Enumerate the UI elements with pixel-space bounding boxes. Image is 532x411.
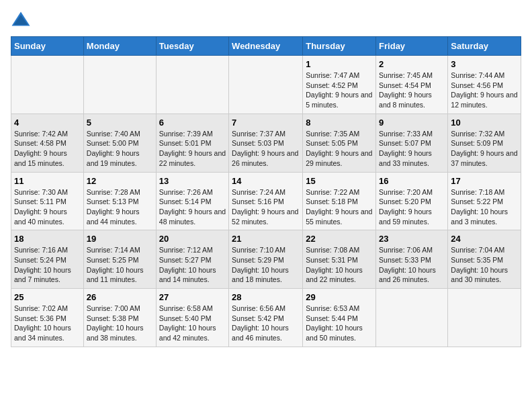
- cell-content: Sunrise: 7:30 AM Sunset: 5:11 PM Dayligh…: [14, 187, 81, 227]
- day-number: 3: [451, 59, 518, 69]
- cell-content: Sunrise: 7:45 AM Sunset: 4:54 PM Dayligh…: [379, 71, 445, 110]
- day-number: 8: [306, 118, 373, 128]
- calendar-cell: 25Sunrise: 7:02 AM Sunset: 5:36 PM Dayli…: [11, 289, 84, 347]
- calendar-cell: 18Sunrise: 7:16 AM Sunset: 5:24 PM Dayli…: [11, 230, 84, 289]
- calendar-cell: 21Sunrise: 7:10 AM Sunset: 5:29 PM Dayli…: [229, 230, 303, 289]
- day-number: 23: [379, 234, 445, 244]
- day-number: 1: [306, 59, 373, 69]
- calendar-cell: 9Sunrise: 7:33 AM Sunset: 5:07 PM Daylig…: [376, 113, 448, 172]
- day-number: 25: [14, 292, 81, 302]
- calendar-cell: 10Sunrise: 7:32 AM Sunset: 5:09 PM Dayli…: [448, 113, 521, 172]
- calendar-cell: 26Sunrise: 7:00 AM Sunset: 5:38 PM Dayli…: [83, 289, 156, 347]
- weekday-header-row: SundayMondayTuesdayWednesdayThursdayFrid…: [11, 37, 521, 56]
- calendar-week-row: 4Sunrise: 7:42 AM Sunset: 4:58 PM Daylig…: [11, 113, 521, 172]
- weekday-header: Saturday: [448, 37, 521, 56]
- day-number: 9: [379, 118, 445, 128]
- calendar-cell: 15Sunrise: 7:22 AM Sunset: 5:18 PM Dayli…: [303, 172, 376, 230]
- day-number: 4: [14, 118, 81, 128]
- weekday-header: Friday: [376, 37, 448, 56]
- weekday-header: Tuesday: [156, 37, 228, 56]
- calendar-cell: 27Sunrise: 6:58 AM Sunset: 5:40 PM Dayli…: [156, 289, 228, 347]
- calendar-cell: 6Sunrise: 7:39 AM Sunset: 5:01 PM Daylig…: [156, 113, 228, 172]
- day-number: 13: [159, 176, 226, 186]
- day-number: 5: [87, 118, 153, 128]
- cell-content: Sunrise: 7:33 AM Sunset: 5:07 PM Dayligh…: [379, 129, 445, 169]
- calendar-cell: 7Sunrise: 7:37 AM Sunset: 5:03 PM Daylig…: [229, 113, 303, 172]
- calendar-cell: 17Sunrise: 7:18 AM Sunset: 5:22 PM Dayli…: [448, 172, 521, 230]
- day-number: 2: [379, 59, 445, 69]
- day-number: 28: [232, 292, 300, 302]
- cell-content: Sunrise: 7:18 AM Sunset: 5:22 PM Dayligh…: [451, 187, 518, 227]
- calendar-cell: 3Sunrise: 7:44 AM Sunset: 4:56 PM Daylig…: [448, 56, 521, 114]
- calendar-cell: [11, 56, 84, 114]
- cell-content: Sunrise: 7:10 AM Sunset: 5:29 PM Dayligh…: [232, 245, 300, 285]
- calendar-week-row: 1Sunrise: 7:47 AM Sunset: 4:52 PM Daylig…: [11, 56, 521, 114]
- cell-content: Sunrise: 7:47 AM Sunset: 4:52 PM Dayligh…: [306, 71, 373, 110]
- day-number: 27: [159, 292, 226, 302]
- calendar-cell: 13Sunrise: 7:26 AM Sunset: 5:14 PM Dayli…: [156, 172, 228, 230]
- cell-content: Sunrise: 7:12 AM Sunset: 5:27 PM Dayligh…: [159, 245, 226, 285]
- cell-content: Sunrise: 7:35 AM Sunset: 5:05 PM Dayligh…: [306, 129, 373, 169]
- day-number: 12: [87, 176, 153, 186]
- calendar-week-row: 18Sunrise: 7:16 AM Sunset: 5:24 PM Dayli…: [11, 230, 521, 289]
- cell-content: Sunrise: 7:26 AM Sunset: 5:14 PM Dayligh…: [159, 187, 226, 227]
- cell-content: Sunrise: 7:08 AM Sunset: 5:31 PM Dayligh…: [306, 245, 373, 285]
- calendar-cell: [448, 289, 521, 347]
- day-number: 21: [232, 234, 300, 244]
- calendar-cell: 16Sunrise: 7:20 AM Sunset: 5:20 PM Dayli…: [376, 172, 448, 230]
- cell-content: Sunrise: 7:00 AM Sunset: 5:38 PM Dayligh…: [87, 304, 153, 343]
- day-number: 10: [451, 118, 518, 128]
- calendar-cell: 1Sunrise: 7:47 AM Sunset: 4:52 PM Daylig…: [303, 56, 376, 114]
- cell-content: Sunrise: 7:02 AM Sunset: 5:36 PM Dayligh…: [14, 304, 81, 343]
- page-header: [11, 11, 521, 31]
- day-number: 19: [87, 234, 153, 244]
- cell-content: Sunrise: 7:28 AM Sunset: 5:13 PM Dayligh…: [87, 187, 153, 227]
- cell-content: Sunrise: 7:16 AM Sunset: 5:24 PM Dayligh…: [14, 245, 81, 285]
- cell-content: Sunrise: 7:32 AM Sunset: 5:09 PM Dayligh…: [451, 129, 518, 169]
- day-number: 15: [306, 176, 373, 186]
- day-number: 18: [14, 234, 81, 244]
- calendar-cell: 12Sunrise: 7:28 AM Sunset: 5:13 PM Dayli…: [83, 172, 156, 230]
- weekday-header: Wednesday: [229, 37, 303, 56]
- calendar-cell: 22Sunrise: 7:08 AM Sunset: 5:31 PM Dayli…: [303, 230, 376, 289]
- cell-content: Sunrise: 7:39 AM Sunset: 5:01 PM Dayligh…: [159, 129, 226, 169]
- calendar-cell: [83, 56, 156, 114]
- calendar-cell: 2Sunrise: 7:45 AM Sunset: 4:54 PM Daylig…: [376, 56, 448, 114]
- cell-content: Sunrise: 6:53 AM Sunset: 5:44 PM Dayligh…: [306, 304, 373, 343]
- cell-content: Sunrise: 7:22 AM Sunset: 5:18 PM Dayligh…: [306, 187, 373, 227]
- calendar-cell: 19Sunrise: 7:14 AM Sunset: 5:25 PM Dayli…: [83, 230, 156, 289]
- day-number: 26: [87, 292, 153, 302]
- cell-content: Sunrise: 7:24 AM Sunset: 5:16 PM Dayligh…: [232, 187, 300, 227]
- calendar-cell: 5Sunrise: 7:40 AM Sunset: 5:00 PM Daylig…: [83, 113, 156, 172]
- calendar-cell: 28Sunrise: 6:56 AM Sunset: 5:42 PM Dayli…: [229, 289, 303, 347]
- logo: [11, 11, 34, 31]
- weekday-header: Thursday: [303, 37, 376, 56]
- calendar-cell: [156, 56, 228, 114]
- cell-content: Sunrise: 6:58 AM Sunset: 5:40 PM Dayligh…: [159, 304, 226, 343]
- calendar-week-row: 25Sunrise: 7:02 AM Sunset: 5:36 PM Dayli…: [11, 289, 521, 347]
- day-number: 14: [232, 176, 300, 186]
- day-number: 6: [159, 118, 226, 128]
- day-number: 11: [14, 176, 81, 186]
- calendar-cell: 29Sunrise: 6:53 AM Sunset: 5:44 PM Dayli…: [303, 289, 376, 347]
- calendar-table: SundayMondayTuesdayWednesdayThursdayFrid…: [11, 36, 521, 347]
- day-number: 17: [451, 176, 518, 186]
- calendar-cell: 20Sunrise: 7:12 AM Sunset: 5:27 PM Dayli…: [156, 230, 228, 289]
- day-number: 7: [232, 118, 300, 128]
- cell-content: Sunrise: 7:14 AM Sunset: 5:25 PM Dayligh…: [87, 245, 153, 285]
- cell-content: Sunrise: 7:44 AM Sunset: 4:56 PM Dayligh…: [451, 71, 518, 110]
- calendar-cell: 23Sunrise: 7:06 AM Sunset: 5:33 PM Dayli…: [376, 230, 448, 289]
- cell-content: Sunrise: 7:37 AM Sunset: 5:03 PM Dayligh…: [232, 129, 300, 169]
- cell-content: Sunrise: 7:04 AM Sunset: 5:35 PM Dayligh…: [451, 245, 518, 285]
- calendar-cell: 8Sunrise: 7:35 AM Sunset: 5:05 PM Daylig…: [303, 113, 376, 172]
- cell-content: Sunrise: 7:42 AM Sunset: 4:58 PM Dayligh…: [14, 129, 81, 169]
- day-number: 20: [159, 234, 226, 244]
- day-number: 16: [379, 176, 445, 186]
- cell-content: Sunrise: 6:56 AM Sunset: 5:42 PM Dayligh…: [232, 304, 300, 343]
- calendar-cell: 4Sunrise: 7:42 AM Sunset: 4:58 PM Daylig…: [11, 113, 84, 172]
- calendar-cell: [229, 56, 303, 114]
- day-number: 22: [306, 234, 373, 244]
- weekday-header: Sunday: [11, 37, 84, 56]
- weekday-header: Monday: [83, 37, 156, 56]
- cell-content: Sunrise: 7:20 AM Sunset: 5:20 PM Dayligh…: [379, 187, 445, 227]
